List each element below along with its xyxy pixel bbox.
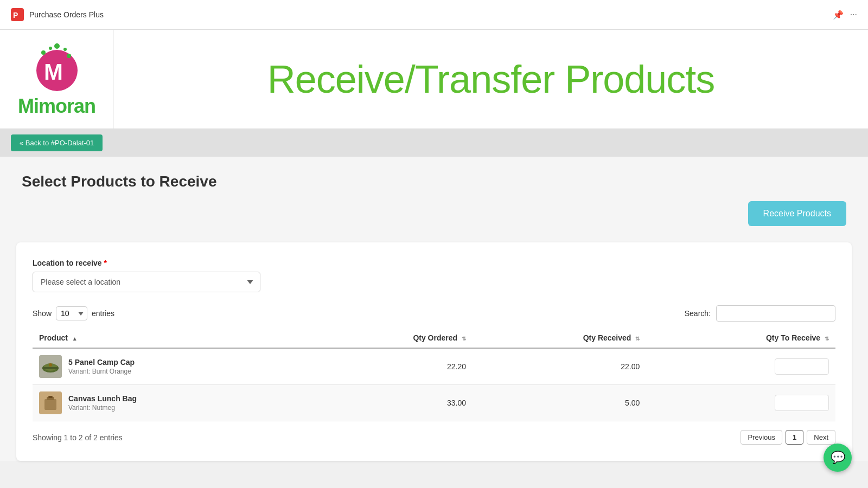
product-variant-2: Variant: Nutmeg — [68, 404, 137, 412]
more-options-icon[interactable]: ··· — [850, 10, 857, 20]
col-product[interactable]: Product ▲ — [33, 328, 308, 348]
mimoran-logo-icon: M — [30, 41, 84, 95]
col-product-label: Product — [39, 333, 68, 342]
logo-column: M Mimoran — [0, 30, 114, 129]
qty-to-receive-input-1[interactable] — [775, 358, 829, 375]
header-bar: P Purchase Orders Plus 📌 ··· — [0, 0, 868, 30]
product-cell-1: 5 Panel Camp Cap Variant: Burnt Orange — [33, 348, 308, 385]
product-cell-2: Canvas Lunch Bag Variant: Nutmeg — [33, 385, 308, 421]
table-header-row: Product ▲ Qty Ordered ⇅ Qty Received ⇅ Q… — [33, 328, 835, 348]
app-icon: P — [11, 8, 24, 21]
qty-received-value-1: 22.00 — [621, 362, 640, 371]
svg-point-5 — [54, 43, 60, 49]
product-sort-icon: ▲ — [72, 336, 78, 342]
qty-received-cell-1: 22.00 — [473, 348, 646, 385]
qty-ordered-value-1: 22.20 — [447, 362, 466, 371]
pagination: Previous 1 Next — [741, 430, 835, 445]
showing-text: Showing 1 to 2 of 2 entries — [33, 433, 123, 442]
header-actions: 📌 ··· — [833, 10, 857, 20]
product-name-1: 5 Panel Camp Cap — [68, 358, 135, 367]
svg-point-3 — [41, 50, 46, 55]
table-row: 5 Panel Camp Cap Variant: Burnt Orange 2… — [33, 348, 835, 385]
location-select[interactable]: Please select a location Warehouse A War… — [33, 272, 260, 292]
qty-received-sort-icon: ⇅ — [635, 336, 640, 342]
svg-point-6 — [63, 48, 67, 51]
svg-text:M: M — [44, 59, 63, 85]
col-qty-received-label: Qty Received — [583, 333, 631, 342]
next-page-button[interactable]: Next — [807, 430, 835, 445]
page-main-heading: Receive/Transfer Products — [267, 57, 715, 101]
chat-bubble[interactable]: 💬 — [824, 444, 852, 472]
product-variant-1: Variant: Burnt Orange — [68, 368, 135, 375]
qty-to-receive-sort-icon: ⇅ — [825, 336, 829, 342]
svg-point-4 — [49, 47, 52, 50]
product-info-1: 5 Panel Camp Cap Variant: Burnt Orange — [68, 358, 135, 375]
col-qty-ordered-label: Qty Ordered — [413, 333, 457, 342]
qty-to-receive-cell-1 — [646, 348, 835, 385]
product-name-2: Canvas Lunch Bag — [68, 394, 137, 403]
page-title-area: Select Products to Receive — [0, 157, 868, 196]
col-qty-to-receive[interactable]: Qty To Receive ⇅ — [646, 328, 835, 348]
col-qty-received[interactable]: Qty Received ⇅ — [473, 328, 646, 348]
svg-text:P: P — [13, 11, 18, 20]
product-image-2 — [39, 391, 62, 414]
svg-rect-12 — [42, 367, 59, 369]
section-title: Select Products to Receive — [22, 173, 846, 190]
back-button[interactable]: « Back to #PO-Dalat-01 — [11, 134, 103, 151]
product-cell-content-1: 5 Panel Camp Cap Variant: Burnt Orange — [39, 355, 302, 378]
previous-page-button[interactable]: Previous — [741, 430, 782, 445]
search-input[interactable] — [716, 305, 835, 322]
location-label: Location to receive * — [33, 259, 835, 267]
logo-text: Mimoran — [18, 95, 95, 118]
required-indicator: * — [104, 259, 107, 267]
search-group: Search: — [685, 305, 835, 322]
header-logo-area: P Purchase Orders Plus — [11, 8, 104, 21]
product-thumb-2 — [39, 391, 62, 414]
product-cell-content-2: Canvas Lunch Bag Variant: Nutmeg — [39, 391, 302, 414]
chat-icon: 💬 — [831, 451, 845, 465]
products-table: Product ▲ Qty Ordered ⇅ Qty Received ⇅ Q… — [33, 328, 835, 421]
receive-products-button[interactable]: Receive Products — [748, 201, 846, 226]
table-controls: Show 10 25 50 100 entries Search: — [33, 305, 835, 322]
entries-label: entries — [92, 309, 114, 318]
main-content: Select Products to Receive Receive Produ… — [0, 157, 868, 461]
receive-btn-area: Receive Products — [0, 196, 868, 237]
page-1-button[interactable]: 1 — [786, 430, 803, 445]
svg-point-13 — [49, 363, 52, 367]
table-row: Canvas Lunch Bag Variant: Nutmeg 33.00 5… — [33, 385, 835, 421]
top-section: M Mimoran Receive/Transfer Products — [0, 30, 868, 129]
pin-icon[interactable]: 📌 — [833, 10, 844, 20]
qty-to-receive-cell-2 — [646, 385, 835, 421]
page-main-title-area: Receive/Transfer Products — [114, 30, 868, 129]
qty-ordered-cell-2: 33.00 — [308, 385, 473, 421]
search-label: Search: — [685, 309, 711, 318]
product-image-1 — [39, 355, 62, 378]
qty-ordered-value-2: 33.00 — [447, 399, 466, 407]
svg-rect-15 — [44, 399, 56, 410]
back-bar: « Back to #PO-Dalat-01 — [0, 129, 868, 157]
table-body: 5 Panel Camp Cap Variant: Burnt Orange 2… — [33, 348, 835, 421]
col-qty-ordered[interactable]: Qty Ordered ⇅ — [308, 328, 473, 348]
svg-rect-17 — [48, 396, 53, 398]
entries-per-page-select[interactable]: 10 25 50 100 — [56, 306, 87, 320]
qty-ordered-cell-1: 22.20 — [308, 348, 473, 385]
svg-point-7 — [67, 54, 71, 58]
table-footer: Showing 1 to 2 of 2 entries Previous 1 N… — [33, 430, 835, 445]
location-group: Location to receive * Please select a lo… — [33, 259, 835, 292]
qty-ordered-sort-icon: ⇅ — [462, 336, 466, 342]
show-entries-control: Show 10 25 50 100 entries — [33, 306, 114, 320]
app-name: Purchase Orders Plus — [29, 10, 104, 19]
qty-received-value-2: 5.00 — [625, 399, 640, 407]
product-info-2: Canvas Lunch Bag Variant: Nutmeg — [68, 394, 137, 412]
show-label: Show — [33, 309, 52, 318]
qty-to-receive-input-2[interactable] — [775, 395, 829, 411]
main-card: Location to receive * Please select a lo… — [16, 242, 852, 461]
qty-received-cell-2: 5.00 — [473, 385, 646, 421]
product-thumb-1 — [39, 355, 62, 378]
location-label-text: Location to receive — [33, 259, 102, 267]
col-qty-to-receive-label: Qty To Receive — [766, 333, 820, 342]
